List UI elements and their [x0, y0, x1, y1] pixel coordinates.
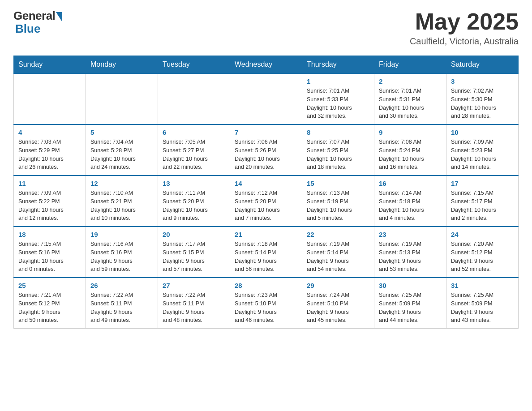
day-cell: 23Sunrise: 7:19 AMSunset: 5:13 PMDayligh…	[374, 227, 446, 278]
day-info: Sunrise: 7:19 AMSunset: 5:13 PMDaylight:…	[379, 240, 442, 274]
logo-blue-text: Blue	[13, 22, 40, 36]
day-number: 30	[379, 282, 442, 289]
day-cell: 2Sunrise: 7:01 AMSunset: 5:31 PMDaylight…	[374, 73, 446, 124]
calendar: SundayMondayTuesdayWednesdayThursdayFrid…	[13, 56, 519, 329]
day-info: Sunrise: 7:16 AMSunset: 5:16 PMDaylight:…	[90, 240, 153, 274]
day-info: Sunrise: 7:14 AMSunset: 5:18 PMDaylight:…	[379, 189, 442, 223]
day-number: 15	[307, 180, 369, 187]
day-cell: 14Sunrise: 7:12 AMSunset: 5:20 PMDayligh…	[230, 176, 302, 227]
day-cell: 26Sunrise: 7:22 AMSunset: 5:11 PMDayligh…	[86, 278, 158, 329]
day-info: Sunrise: 7:22 AMSunset: 5:11 PMDaylight:…	[90, 291, 153, 325]
weekday-header-row: SundayMondayTuesdayWednesdayThursdayFrid…	[14, 56, 519, 74]
weekday-header-thursday: Thursday	[302, 56, 374, 74]
day-cell: 22Sunrise: 7:19 AMSunset: 5:14 PMDayligh…	[302, 227, 374, 278]
day-number: 1	[307, 77, 369, 85]
day-number: 21	[235, 231, 297, 238]
week-row-4: 18Sunrise: 7:15 AMSunset: 5:16 PMDayligh…	[14, 227, 519, 278]
day-info: Sunrise: 7:08 AMSunset: 5:24 PMDaylight:…	[379, 138, 442, 171]
day-cell: 3Sunrise: 7:02 AMSunset: 5:30 PMDaylight…	[446, 73, 519, 124]
day-number: 25	[18, 282, 81, 289]
day-info: Sunrise: 7:07 AMSunset: 5:25 PMDaylight:…	[307, 138, 369, 171]
header: General Blue May 2025 Caulfield, Victori…	[13, 9, 519, 47]
logo: General Blue	[13, 9, 62, 36]
day-cell: 8Sunrise: 7:07 AMSunset: 5:25 PMDaylight…	[302, 124, 374, 176]
month-year: May 2025	[410, 9, 519, 34]
day-number: 8	[307, 128, 369, 136]
day-info: Sunrise: 7:25 AMSunset: 5:09 PMDaylight:…	[451, 291, 514, 325]
week-row-3: 11Sunrise: 7:09 AMSunset: 5:22 PMDayligh…	[14, 176, 519, 227]
day-number: 16	[379, 180, 442, 187]
day-cell: 18Sunrise: 7:15 AMSunset: 5:16 PMDayligh…	[14, 227, 86, 278]
day-number: 22	[307, 231, 369, 238]
title-area: May 2025 Caulfield, Victoria, Australia	[410, 9, 519, 47]
weekday-header-sunday: Sunday	[14, 56, 86, 74]
day-info: Sunrise: 7:06 AMSunset: 5:26 PMDaylight:…	[235, 138, 297, 171]
day-info: Sunrise: 7:24 AMSunset: 5:10 PMDaylight:…	[307, 291, 369, 325]
day-info: Sunrise: 7:23 AMSunset: 5:10 PMDaylight:…	[235, 291, 297, 325]
day-info: Sunrise: 7:21 AMSunset: 5:12 PMDaylight:…	[18, 291, 81, 325]
day-info: Sunrise: 7:04 AMSunset: 5:28 PMDaylight:…	[90, 138, 153, 171]
day-info: Sunrise: 7:25 AMSunset: 5:09 PMDaylight:…	[379, 291, 442, 325]
day-cell: 21Sunrise: 7:18 AMSunset: 5:14 PMDayligh…	[230, 227, 302, 278]
day-info: Sunrise: 7:03 AMSunset: 5:29 PMDaylight:…	[18, 138, 81, 171]
weekday-header-friday: Friday	[374, 56, 446, 74]
day-cell: 11Sunrise: 7:09 AMSunset: 5:22 PMDayligh…	[14, 176, 86, 227]
day-cell: 5Sunrise: 7:04 AMSunset: 5:28 PMDaylight…	[86, 124, 158, 176]
day-number: 27	[163, 282, 225, 289]
logo-triangle-icon	[56, 12, 62, 22]
day-cell: 4Sunrise: 7:03 AMSunset: 5:29 PMDaylight…	[14, 124, 86, 176]
day-number: 18	[18, 231, 81, 238]
day-cell: 15Sunrise: 7:13 AMSunset: 5:19 PMDayligh…	[302, 176, 374, 227]
day-number: 3	[451, 77, 514, 85]
day-cell: 7Sunrise: 7:06 AMSunset: 5:26 PMDaylight…	[230, 124, 302, 176]
day-info: Sunrise: 7:09 AMSunset: 5:22 PMDaylight:…	[18, 189, 81, 223]
day-cell	[158, 73, 230, 124]
day-cell: 9Sunrise: 7:08 AMSunset: 5:24 PMDaylight…	[374, 124, 446, 176]
day-cell: 28Sunrise: 7:23 AMSunset: 5:10 PMDayligh…	[230, 278, 302, 329]
day-cell: 24Sunrise: 7:20 AMSunset: 5:12 PMDayligh…	[446, 227, 519, 278]
day-cell: 16Sunrise: 7:14 AMSunset: 5:18 PMDayligh…	[374, 176, 446, 227]
day-info: Sunrise: 7:18 AMSunset: 5:14 PMDaylight:…	[235, 240, 297, 274]
day-number: 4	[18, 128, 81, 136]
day-cell: 1Sunrise: 7:01 AMSunset: 5:33 PMDaylight…	[302, 73, 374, 124]
day-cell: 30Sunrise: 7:25 AMSunset: 5:09 PMDayligh…	[374, 278, 446, 329]
day-cell	[86, 73, 158, 124]
day-info: Sunrise: 7:12 AMSunset: 5:20 PMDaylight:…	[235, 189, 297, 223]
day-number: 9	[379, 128, 442, 136]
day-cell: 20Sunrise: 7:17 AMSunset: 5:15 PMDayligh…	[158, 227, 230, 278]
day-number: 6	[163, 128, 225, 136]
day-cell: 31Sunrise: 7:25 AMSunset: 5:09 PMDayligh…	[446, 278, 519, 329]
day-cell: 25Sunrise: 7:21 AMSunset: 5:12 PMDayligh…	[14, 278, 86, 329]
day-info: Sunrise: 7:15 AMSunset: 5:17 PMDaylight:…	[451, 189, 514, 223]
day-cell: 6Sunrise: 7:05 AMSunset: 5:27 PMDaylight…	[158, 124, 230, 176]
day-number: 10	[451, 128, 514, 136]
day-number: 11	[18, 180, 81, 187]
day-cell	[14, 73, 86, 124]
day-number: 23	[379, 231, 442, 238]
week-row-5: 25Sunrise: 7:21 AMSunset: 5:12 PMDayligh…	[14, 278, 519, 329]
day-info: Sunrise: 7:10 AMSunset: 5:21 PMDaylight:…	[90, 189, 153, 223]
day-number: 26	[90, 282, 153, 289]
week-row-2: 4Sunrise: 7:03 AMSunset: 5:29 PMDaylight…	[14, 124, 519, 176]
day-cell: 17Sunrise: 7:15 AMSunset: 5:17 PMDayligh…	[446, 176, 519, 227]
day-cell	[230, 73, 302, 124]
day-info: Sunrise: 7:01 AMSunset: 5:31 PMDaylight:…	[379, 87, 442, 120]
day-number: 12	[90, 180, 153, 187]
day-cell: 13Sunrise: 7:11 AMSunset: 5:20 PMDayligh…	[158, 176, 230, 227]
day-info: Sunrise: 7:17 AMSunset: 5:15 PMDaylight:…	[163, 240, 225, 274]
day-info: Sunrise: 7:05 AMSunset: 5:27 PMDaylight:…	[163, 138, 225, 171]
day-number: 5	[90, 128, 153, 136]
day-number: 13	[163, 180, 225, 187]
day-info: Sunrise: 7:22 AMSunset: 5:11 PMDaylight:…	[163, 291, 225, 325]
day-info: Sunrise: 7:19 AMSunset: 5:14 PMDaylight:…	[307, 240, 369, 274]
day-cell: 12Sunrise: 7:10 AMSunset: 5:21 PMDayligh…	[86, 176, 158, 227]
weekday-header-saturday: Saturday	[446, 56, 519, 74]
weekday-header-tuesday: Tuesday	[158, 56, 230, 74]
day-number: 20	[163, 231, 225, 238]
day-cell: 10Sunrise: 7:09 AMSunset: 5:23 PMDayligh…	[446, 124, 519, 176]
day-info: Sunrise: 7:15 AMSunset: 5:16 PMDaylight:…	[18, 240, 81, 274]
day-number: 24	[451, 231, 514, 238]
day-number: 7	[235, 128, 297, 136]
logo-general-text: General	[13, 9, 55, 23]
day-info: Sunrise: 7:13 AMSunset: 5:19 PMDaylight:…	[307, 189, 369, 223]
